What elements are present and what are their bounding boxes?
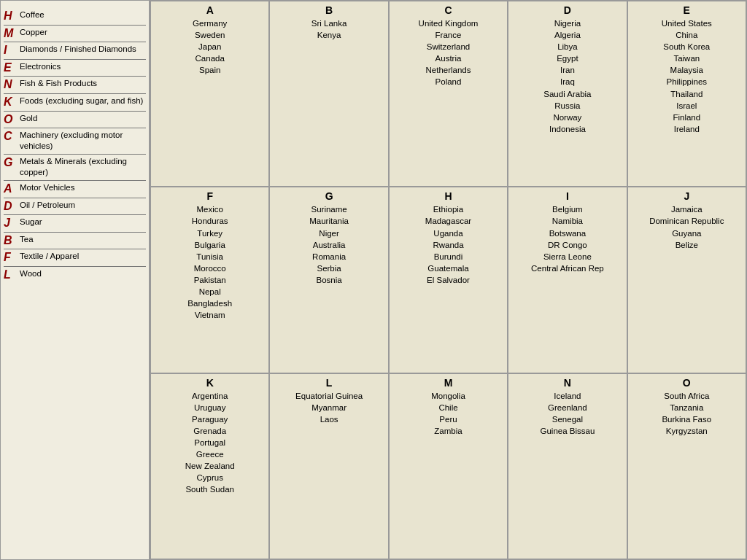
cell-letter-B: B	[325, 4, 333, 16]
country-name: Pakistan	[194, 274, 226, 286]
sidebar-label-C: Machinery (excluding motor vehicles)	[20, 130, 146, 152]
country-name: Guyana	[672, 228, 701, 239]
sidebar-item-I: IDiamonds / Finished Diamonds	[4, 44, 146, 57]
sidebar-label-D: Oil / Petroleum	[20, 200, 75, 211]
sidebar-letter-C: C	[4, 130, 20, 143]
sidebar-label-L: Wood	[20, 268, 42, 279]
sidebar-label-O: Gold	[20, 113, 37, 124]
country-name: Russia	[554, 100, 580, 112]
sidebar-item-A: AMotor Vehicles	[4, 182, 146, 195]
country-name: Romania	[312, 251, 346, 262]
sidebar-divider	[4, 232, 146, 233]
country-name: Uganda	[433, 228, 462, 239]
country-name: Guatemala	[427, 262, 468, 274]
country-name: Peru	[439, 413, 457, 425]
country-name: Mongolia	[431, 390, 465, 402]
sidebar-letter-O: O	[4, 113, 20, 126]
sidebar-item-E: EElectronics	[4, 61, 146, 74]
grid-cell-I: IBelgiumNamibiaBotswanaDR CongoSierra Le…	[508, 187, 627, 373]
country-name: Belize	[676, 239, 698, 251]
grid-cell-N: NIcelandGreenlandSenegalGuinea Bissau	[508, 373, 627, 559]
country-name: Libya	[557, 41, 578, 52]
country-name: Myanmar	[311, 402, 347, 413]
country-name: Namibia	[552, 215, 583, 227]
country-name: Taiwan	[673, 52, 700, 64]
grid-cell-H: HEthiopiaMadagascarUgandaRwandaBurundiGu…	[389, 187, 508, 373]
country-name: South Korea	[663, 41, 710, 52]
grid-cell-O: OSouth AfricaTanzaniaBurkina FasoKyrgyzs…	[627, 373, 746, 559]
sidebar-label-M: Copper	[20, 27, 47, 38]
country-name: Zambia	[434, 425, 462, 437]
cell-letter-N: N	[564, 377, 571, 389]
grid-cell-C: CUnited KingdomFranceSwitzerlandAustriaN…	[389, 1, 508, 187]
grid-cell-J: JJamaicaDominican RepublicGuyanaBelize	[627, 187, 746, 373]
country-name: Botswana	[549, 228, 587, 239]
country-name: Thailand	[670, 88, 703, 100]
country-name: Turkey	[197, 228, 222, 239]
country-name: Australia	[313, 239, 346, 251]
sidebar-item-F: FTextile / Apparel	[4, 251, 146, 264]
country-name: Japan	[198, 41, 221, 52]
country-name: Vietnam	[195, 309, 225, 321]
sidebar-label-N: Fish & Fish Products	[20, 78, 97, 89]
country-name: Rwanda	[433, 239, 463, 251]
country-name: Bangladesh	[187, 298, 232, 309]
grid-cell-M: MMongoliaChilePeruZambia	[389, 373, 508, 559]
grid-cell-K: KArgentinaUruguayParaguayGrenadaPortugal…	[150, 373, 269, 559]
sidebar-letter-D: D	[4, 200, 20, 213]
country-name: Spain	[199, 64, 220, 76]
country-name: Iran	[560, 64, 575, 76]
sidebar-letter-L: L	[4, 268, 20, 281]
country-name: Mauritania	[309, 215, 349, 227]
country-name: Suriname	[311, 203, 347, 215]
sidebar-letter-G: G	[4, 156, 20, 169]
country-name: Chile	[438, 402, 457, 413]
sidebar-divider	[4, 25, 146, 26]
sidebar-divider	[4, 214, 146, 215]
country-name: Tanzania	[670, 402, 703, 413]
country-name: United States	[662, 18, 712, 29]
country-name: Iceland	[554, 390, 581, 402]
cell-letter-C: C	[444, 4, 452, 16]
sidebar-label-H: Coffee	[20, 9, 44, 20]
country-name: Algeria	[554, 29, 581, 41]
country-name: Sweden	[195, 29, 225, 41]
country-name: Belgium	[552, 203, 583, 215]
sidebar-item-K: KFoods (excluding sugar, and fish)	[4, 96, 146, 109]
sidebar-divider	[4, 59, 146, 60]
sidebar-letter-B: B	[4, 234, 20, 247]
sidebar-letter-I: I	[4, 44, 20, 57]
cell-letter-A: A	[206, 4, 214, 16]
sidebar-item-O: OGold	[4, 113, 146, 126]
country-name: Poland	[436, 76, 462, 88]
cell-letter-J: J	[684, 190, 689, 202]
sidebar-letter-N: N	[4, 78, 20, 91]
sidebar-letter-J: J	[4, 217, 20, 230]
sidebar-divider	[4, 154, 146, 155]
country-name: Saudi Arabia	[543, 88, 591, 100]
country-name: Equatorial Guinea	[295, 390, 363, 402]
country-name: United Kingdom	[419, 18, 479, 29]
sidebar-item-J: JSugar	[4, 217, 146, 230]
cell-letter-M: M	[444, 377, 453, 389]
country-name: France	[436, 29, 462, 41]
country-name: Nepal	[199, 286, 221, 298]
sidebar-divider	[4, 128, 146, 128]
country-name: Serbia	[317, 262, 341, 274]
country-name: Ethiopia	[433, 203, 464, 215]
cell-letter-H: H	[444, 190, 452, 202]
country-name: Burundi	[434, 251, 463, 262]
sidebar-letter-E: E	[4, 61, 20, 74]
cell-letter-O: O	[683, 377, 691, 389]
sidebar-divider	[4, 42, 146, 42]
sidebar-label-I: Diamonds / Finished Diamonds	[20, 44, 136, 55]
country-name: Morocco	[194, 262, 226, 274]
country-name: Madagascar	[425, 215, 471, 227]
country-name: Finland	[673, 112, 700, 123]
country-name: Indonesia	[549, 123, 586, 135]
sidebar-label-F: Textile / Apparel	[20, 251, 79, 262]
sidebar-divider	[4, 266, 146, 267]
cell-letter-D: D	[564, 4, 571, 16]
sidebar-letter-A: A	[4, 182, 20, 195]
sidebar: HCoffeeMCopperIDiamonds / Finished Diamo…	[1, 1, 150, 559]
